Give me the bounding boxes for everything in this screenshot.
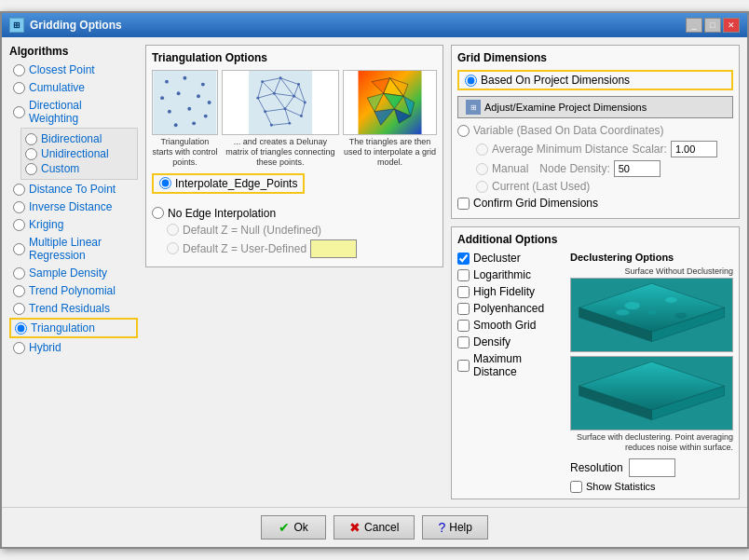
algo-trend-residuals-label: Trend Residuals [29,302,110,315]
svg-point-3 [201,83,205,87]
algo-inverse-distance-label: Inverse Distance [29,200,112,213]
logarithmic-item[interactable]: Logarithmic [457,268,565,281]
confirm-grid-label: Confirm Grid Dimensions [473,197,598,210]
algo-bidirectional[interactable]: Bidirectional [25,131,133,146]
maximum-distance-item[interactable]: Maximum Distance [457,352,565,378]
algo-directional-weighting[interactable]: Directional Weighting [9,97,138,127]
additional-options-box: Additional Options Decluster Logarithmic [451,226,740,499]
tri-options-title: Triangulation Options [152,51,437,64]
show-statistics-item[interactable]: Show Statistics [570,481,733,493]
algo-cumulative-label: Cumulative [29,81,85,94]
manual-radio[interactable] [476,163,488,175]
high-fidelity-checkbox[interactable] [457,286,470,298]
confirm-grid-checkbox[interactable] [457,198,470,210]
resolution-input[interactable]: 250 [629,458,675,477]
algo-closest-point[interactable]: Closest Point [9,61,138,78]
high-fidelity-item[interactable]: High Fidelity [457,285,565,298]
no-edge-radio[interactable] [152,207,164,219]
variable-option[interactable]: Variable (Based On Data Coordinates) [457,124,733,137]
minimize-button[interactable]: _ [686,18,702,33]
default-z-user-option: Default Z = User-Defined 0 [167,239,437,258]
smooth-grid-item[interactable]: Smooth Grid [457,319,565,332]
based-on-project-option[interactable]: Based On Project Dimensions [457,70,733,90]
scalar-input[interactable] [671,141,717,157]
algo-sample-density[interactable]: Sample Density [9,265,138,281]
algo-kriging[interactable]: Kriging [9,216,138,233]
grid-dimensions-title: Grid Dimensions [457,51,733,64]
interpolate-edge-option[interactable]: Interpolate_Edge_Points [152,173,305,194]
algorithms-panel: Algorithms Closest Point Cumulative Dire… [9,45,138,499]
algo-unidirectional[interactable]: Unidirectional [25,146,133,161]
checkboxes-column: Decluster Logarithmic High Fidelity [457,252,565,493]
algo-triangulation-radio[interactable] [15,322,27,335]
polyenhanced-checkbox[interactable] [457,303,470,315]
maximize-button[interactable]: □ [704,18,721,33]
tri-image-1-wrapper: Triangulation starts with control points… [152,70,218,167]
algo-inverse-distance[interactable]: Inverse Distance [9,198,138,215]
help-button[interactable]: ? Help [422,515,487,540]
decluster-checkbox[interactable] [457,253,470,265]
algo-bidirectional-radio[interactable] [25,133,37,145]
based-on-project-radio[interactable] [465,75,477,87]
algo-custom-radio[interactable] [25,163,37,175]
algo-distance-to-point-radio[interactable] [13,184,25,196]
ok-button[interactable]: ✔ Ok [261,515,326,540]
densify-item[interactable]: Densify [457,335,565,348]
algo-directional-weighting-radio[interactable] [13,106,25,118]
algo-cumulative[interactable]: Cumulative [9,79,138,96]
window-title: Gridding Options [30,19,122,32]
decluster-label: Decluster [473,252,521,265]
default-z-user-radio[interactable] [167,242,179,254]
interpolate-edge-radio[interactable] [159,177,171,189]
title-buttons: _ □ ✕ [686,18,740,33]
resolution-row: Resolution 250 [570,458,733,477]
current-last-used-radio[interactable] [476,181,488,193]
cancel-button[interactable]: ✖ Cancel [334,515,415,540]
svg-point-61 [616,309,630,315]
algo-mlr-radio[interactable] [13,243,25,255]
algo-closest-point-radio[interactable] [13,64,25,76]
densify-checkbox[interactable] [457,336,470,348]
logarithmic-checkbox[interactable] [457,269,470,281]
algo-inverse-distance-radio[interactable] [13,201,25,213]
algo-trend-residuals[interactable]: Trend Residuals [9,300,138,317]
algo-hybrid[interactable]: Hybrid [9,339,138,356]
algo-custom[interactable]: Custom [25,161,133,176]
algo-multiple-linear-regression[interactable]: Multiple Linear Regression [9,234,138,264]
algo-distance-to-point[interactable]: Distance To Point [9,181,138,198]
smooth-grid-checkbox[interactable] [457,320,470,332]
default-z-null-option[interactable]: Default Z = Null (Undefined) [167,224,437,237]
algo-sample-density-radio[interactable] [13,267,25,280]
confirm-grid-row[interactable]: Confirm Grid Dimensions [457,197,733,210]
algo-hybrid-radio[interactable] [13,342,25,354]
algo-triangulation[interactable]: Triangulation [9,318,138,338]
maximum-distance-checkbox[interactable] [457,360,470,372]
polyenhanced-item[interactable]: Polyenhanced [457,302,565,315]
adjust-examine-button[interactable]: ⊞ Adjust/Examine Project Dimensions [457,96,733,118]
node-density-input[interactable] [614,160,660,177]
based-on-project-label: Based On Project Dimensions [481,74,630,87]
tri-image-3-wrapper: The triangles are then used to interpola… [343,70,437,167]
algo-cumulative-radio[interactable] [13,82,25,94]
surface-without-svg [571,279,732,351]
close-button[interactable]: ✕ [723,18,740,33]
svg-point-7 [208,101,211,104]
algo-trend-residuals-radio[interactable] [13,303,25,315]
svg-rect-0 [153,71,216,134]
tri-svg-2 [223,71,338,134]
algo-trend-polynomial-radio[interactable] [13,285,25,297]
show-statistics-checkbox[interactable] [570,481,582,493]
current-last-used-label: Current (Last Used) [492,180,590,193]
decluster-item[interactable]: Decluster [457,252,565,265]
svg-point-35 [279,77,281,80]
bottom-bar: ✔ Ok ✖ Cancel ? Help [2,507,747,547]
default-z-value-input[interactable]: 0 [310,239,357,258]
algo-trend-polynomial[interactable]: Trend Polynomial [9,282,138,299]
no-edge-option[interactable]: No Edge Interpolation [152,207,437,220]
algo-unidirectional-radio[interactable] [25,148,37,160]
default-z-null-radio[interactable] [167,224,179,236]
avg-min-distance-radio[interactable] [476,143,488,156]
interpolate-edge-label: Interpolate_Edge_Points [175,177,297,190]
variable-radio[interactable] [457,125,470,137]
algo-kriging-radio[interactable] [13,219,25,231]
